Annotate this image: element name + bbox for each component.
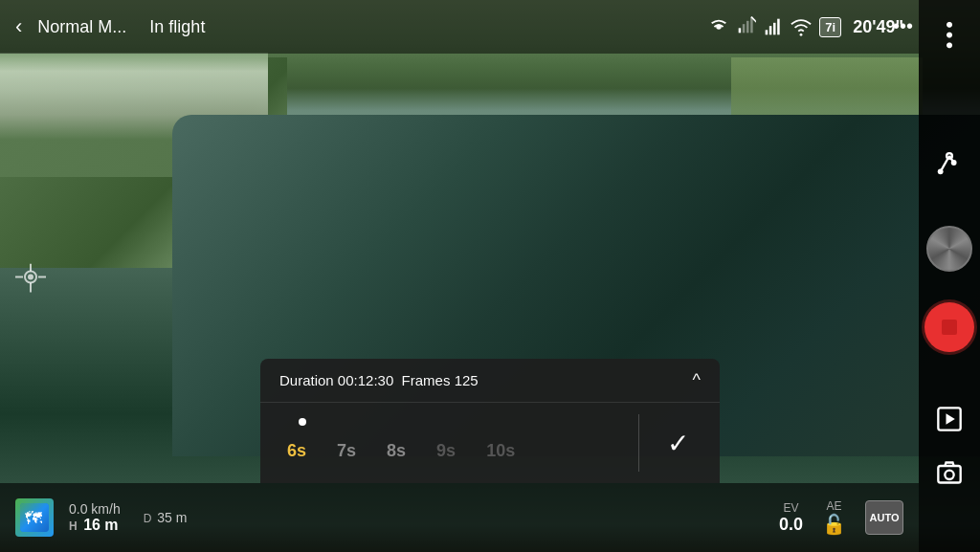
mode-label: Normal M... [37, 17, 126, 37]
svg-point-5 [28, 275, 33, 280]
svg-point-25 [945, 471, 953, 479]
ev-control: EV 0.0 [779, 501, 803, 535]
duration-title: Duration 00:12:30 Frames 125 [279, 372, 479, 388]
status-icons: 7i 20'49" [708, 15, 903, 38]
more-icon: ••• [937, 21, 962, 52]
duration-divider [638, 414, 639, 472]
svg-rect-13 [769, 26, 772, 34]
svg-rect-8 [743, 24, 746, 33]
more-dots-icon: ••• [893, 15, 913, 36]
record-button[interactable] [924, 302, 974, 352]
more-button[interactable]: ••• [926, 13, 972, 59]
svg-text:🗺: 🗺 [25, 509, 42, 528]
time-option-6s[interactable]: 6s [279, 437, 314, 465]
time-option-8s[interactable]: 8s [379, 437, 413, 465]
battery-indicator: 7i [819, 17, 841, 37]
gps-overlay-icon [15, 264, 46, 301]
duration-left: 6s 7s 8s 9s 10s [279, 418, 623, 469]
time-option-9s[interactable]: 9s [429, 437, 463, 465]
duration-dot-indicator [299, 418, 306, 426]
bottom-bar: 🗺 0.0 km/h H 16 m D 35 m EV 0.0 AE 🔓 AUT… [0, 483, 919, 552]
wifi-icon [791, 16, 812, 37]
record-icon [942, 320, 957, 335]
ae-label: AE [826, 499, 841, 513]
ev-ae-group: EV 0.0 AE 🔓 AUTO [779, 499, 903, 536]
time-option-10s[interactable]: 10s [479, 437, 523, 465]
distance-value: D 35 m [144, 510, 188, 525]
ev-label: EV [783, 501, 798, 515]
camera-settings-button[interactable] [926, 450, 972, 496]
signal-crossed-icon [737, 15, 756, 38]
camera-icon [936, 459, 963, 486]
more-options-button[interactable]: ••• [893, 13, 913, 38]
svg-rect-14 [773, 23, 776, 35]
svg-rect-9 [746, 21, 749, 33]
drone-signal-icon [708, 16, 729, 37]
play-icon [936, 406, 963, 432]
svg-rect-7 [739, 28, 742, 33]
svg-marker-23 [947, 413, 955, 425]
altitude-value: H 16 m [69, 517, 121, 534]
speed-telemetry: 0.0 km/h H 16 m [69, 501, 121, 534]
status-label: In flight [149, 17, 205, 37]
gallery-button[interactable] [926, 396, 972, 442]
map-icon: 🗺 [20, 503, 49, 532]
checkmark-icon: ✓ [667, 428, 689, 459]
svg-point-21 [951, 160, 957, 166]
duration-panel: Duration 00:12:30 Frames 125 ^ 6s 7s 8s … [260, 359, 720, 483]
speed-value: 0.0 km/h [69, 501, 121, 517]
waypoint-button[interactable] [926, 140, 972, 186]
ae-control[interactable]: AE 🔓 [822, 499, 846, 536]
svg-point-19 [938, 168, 944, 174]
time-options: 6s 7s 8s 9s 10s [279, 433, 623, 469]
svg-rect-15 [777, 19, 780, 35]
back-button[interactable]: ‹ [15, 14, 22, 39]
confirm-button[interactable]: ✓ [655, 420, 701, 466]
ev-value: 0.0 [779, 515, 803, 535]
top-bar: ‹ Normal M... In flight [0, 0, 919, 54]
duration-header: Duration 00:12:30 Frames 125 ^ [260, 359, 720, 403]
signal-x-icon [737, 15, 756, 34]
svg-point-16 [800, 33, 803, 36]
map-button[interactable]: 🗺 [15, 498, 54, 537]
cell-signal-icon [764, 17, 783, 36]
waypoint-icon [936, 149, 963, 176]
collapse-button[interactable]: ^ [693, 370, 701, 390]
distance-telemetry: D 35 m [144, 510, 188, 525]
time-option-7s[interactable]: 7s [329, 437, 364, 465]
exposure-dial[interactable] [926, 226, 972, 272]
lock-icon: 🔓 [822, 513, 846, 536]
svg-rect-12 [766, 30, 768, 34]
sidebar-right: ••• [919, 0, 980, 552]
duration-controls: 6s 7s 8s 9s 10s ✓ [260, 403, 720, 483]
auto-button[interactable]: AUTO [865, 500, 903, 535]
svg-rect-10 [750, 17, 753, 33]
